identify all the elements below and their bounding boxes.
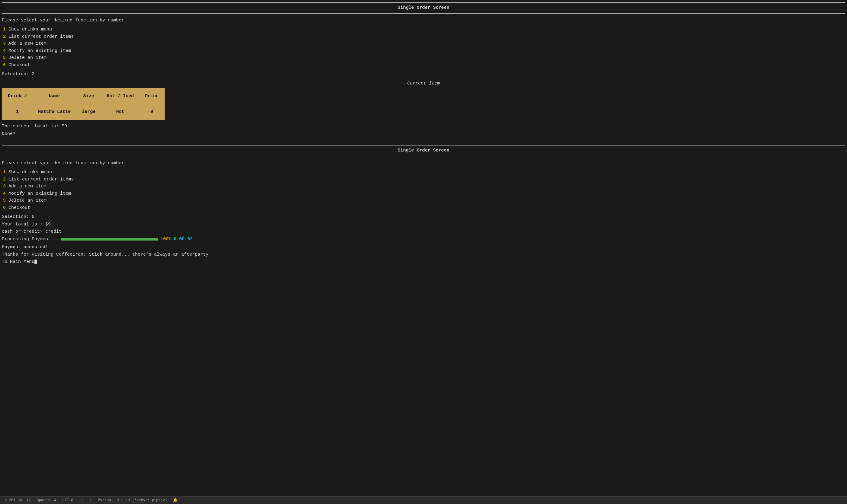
- menu2-item-6: 6 Checkout: [3, 204, 845, 212]
- progress-time: 0:00:02: [174, 236, 193, 243]
- menu-item-2: 2 List current order items: [3, 34, 845, 40]
- total-line-2: Your total is : $9: [2, 221, 845, 228]
- col-header-name: Name: [33, 88, 76, 104]
- progress-line: Processing Payment... 100% 0:00:02: [2, 236, 845, 243]
- menu-num-1: 1: [3, 27, 6, 32]
- status-version: 3.8.13 ('venv': pipenv): [117, 498, 167, 503]
- menu-item-6: 6 Checkout: [3, 62, 845, 69]
- menu-list-1: 1 Show drinks menu 2 List current order …: [2, 26, 845, 69]
- payment-prompt: cash or credit? credit: [2, 229, 845, 235]
- title-text-2: Single Order Screen: [398, 148, 449, 153]
- menu2-num-4: 4: [3, 191, 6, 196]
- selection-line-1: Selection: 2: [2, 71, 845, 78]
- cell-name: Matcha Latte: [33, 104, 76, 120]
- progress-pct: 100%: [160, 236, 171, 243]
- cell-drink-num: 1: [2, 104, 33, 120]
- total-line-1: The current total is: $9: [2, 123, 845, 130]
- title-bar-2: Single Order Screen: [2, 145, 845, 156]
- menu2-num-2: 2: [3, 177, 6, 182]
- selection-line-2: Selection: 6: [2, 214, 845, 221]
- cell-hot-iced: Hot: [101, 104, 140, 120]
- menu2-label-5: Delete an item: [8, 198, 47, 203]
- col-header-price: Price: [140, 88, 165, 104]
- status-le: LE: [79, 498, 83, 503]
- screen-2: Single Order Screen Please select your d…: [0, 143, 847, 269]
- status-bell-icon: 🔔: [173, 498, 178, 503]
- cell-price: 9: [140, 104, 165, 120]
- menu-label-4: Modify an existing item: [8, 48, 71, 53]
- main-menu-input[interactable]: To Main Menu: [2, 259, 845, 266]
- title-bar-1: Single Order Screen: [2, 2, 845, 14]
- main-menu-label: To Main Menu: [2, 259, 34, 264]
- menu-label-1: Show drinks menu: [8, 27, 52, 32]
- menu-num-2: 2: [3, 34, 6, 39]
- screen-1: Single Order Screen Please select your d…: [0, 0, 847, 143]
- prompt-text-2: Please select your desired function by n…: [2, 160, 845, 167]
- prompt-text-1: Please select your desired function by n…: [2, 17, 845, 24]
- menu2-label-3: Add a new item: [8, 184, 47, 189]
- menu-label-6: Checkout: [8, 62, 30, 68]
- menu2-num-3: 3: [3, 184, 6, 189]
- menu-num-4: 4: [3, 48, 6, 53]
- menu2-num-1: 1: [3, 169, 6, 175]
- progress-bar-container: [61, 238, 158, 240]
- menu2-item-1: 1 Show drinks menu: [3, 169, 845, 176]
- menu2-item-3: 3 Add a new item: [3, 183, 845, 190]
- status-icon: ⚡: [90, 498, 92, 503]
- menu-list-2: 1 Show drinks menu 2 List current order …: [2, 169, 845, 211]
- thank-you-line: Thanks for visiting CoffeeIron! Stick ar…: [2, 251, 845, 258]
- payment-accepted: Payment accepted!: [2, 244, 845, 251]
- menu-item-1: 1 Show drinks menu: [3, 26, 845, 33]
- status-language: Python: [98, 498, 111, 503]
- menu-label-2: List current order items: [8, 34, 74, 39]
- menu-item-4: 4 Modify an existing item: [3, 48, 845, 55]
- menu2-num-6: 6: [3, 205, 6, 210]
- status-ln-col: Ln 261 Col 17: [2, 498, 31, 503]
- status-encoding: UTF-8: [62, 498, 73, 503]
- order-table: Drink # Name Size Hot / Iced Price 1 Mat…: [2, 88, 165, 120]
- col-header-drink-num: Drink #: [2, 88, 33, 104]
- cursor: [34, 259, 37, 264]
- menu2-item-4: 4 Modify an existing item: [3, 191, 845, 197]
- processing-label: Processing Payment...: [2, 236, 59, 243]
- progress-bar-fill: [61, 238, 158, 240]
- menu-label-3: Add a new item: [8, 41, 47, 46]
- menu2-item-5: 5 Delete an item: [3, 197, 845, 204]
- menu-num-5: 5: [3, 55, 6, 60]
- title-text-1: Single Order Screen: [398, 5, 449, 10]
- menu2-label-4: Modify an existing item: [8, 191, 71, 196]
- status-spaces: Spaces: 4: [37, 498, 56, 503]
- menu2-label-2: List current order items: [8, 177, 74, 182]
- table-title: Current Item: [2, 80, 845, 87]
- menu-num-6: 6: [3, 62, 6, 68]
- menu-label-5: Delete an item: [8, 55, 47, 60]
- menu2-num-5: 5: [3, 198, 6, 203]
- menu-item-3: 3 Add a new item: [3, 40, 845, 48]
- col-header-size: Size: [76, 88, 101, 104]
- status-bar: Ln 261 Col 17 Spaces: 4 UTF-8 LE ⚡ Pytho…: [0, 496, 847, 504]
- table-row: 1 Matcha Latte large Hot 9: [2, 104, 164, 120]
- table-header-row: Drink # Name Size Hot / Iced Price: [2, 88, 164, 104]
- cell-size: large: [76, 104, 101, 120]
- menu-item-5: 5 Delete an item: [3, 55, 845, 61]
- menu2-item-2: 2 List current order items: [3, 176, 845, 183]
- col-header-hot-iced: Hot / Iced: [101, 88, 140, 104]
- menu2-label-6: Checkout: [8, 205, 30, 210]
- menu-num-3: 3: [3, 41, 6, 46]
- done-line: Done?: [2, 131, 845, 138]
- menu2-label-1: Show drinks menu: [8, 169, 52, 175]
